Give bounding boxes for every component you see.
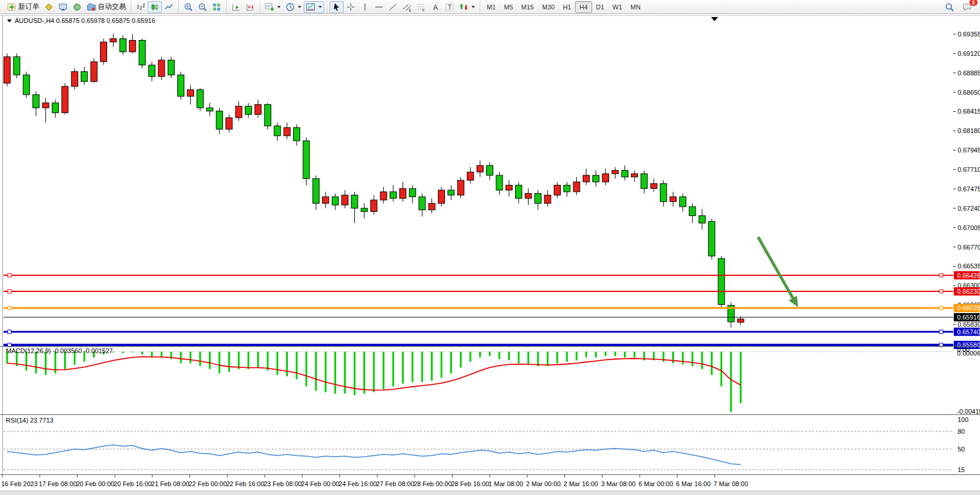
candle-body — [52, 103, 59, 113]
line-handle[interactable] — [8, 306, 11, 310]
fibonacci-button[interactable]: F — [414, 1, 428, 13]
candle-body — [544, 195, 551, 203]
vertical-line-button[interactable] — [358, 1, 372, 13]
text-icon: A — [431, 2, 440, 12]
zoom-in-icon — [184, 2, 193, 12]
zoom-out-button[interactable] — [195, 1, 210, 13]
svg-text:1 Mar 08:00: 1 Mar 08:00 — [489, 480, 523, 487]
chartshift-icon — [245, 2, 255, 12]
candle-body — [457, 180, 464, 195]
marketwatch-icon — [44, 2, 54, 12]
candle-body — [158, 60, 165, 77]
candle-body — [187, 89, 194, 96]
tf-m30-button[interactable]: M30 — [538, 1, 559, 13]
toolbar-group: 新订单自动交易 — [2, 0, 131, 14]
chevron-down-icon[interactable] — [471, 6, 475, 8]
line-handle[interactable] — [8, 290, 11, 293]
crosshair-button[interactable] — [344, 1, 358, 13]
svg-text:23 Feb 08:00: 23 Feb 08:00 — [264, 480, 302, 487]
tf-m15-button[interactable]: M15 — [517, 1, 538, 13]
trendline-button[interactable] — [386, 1, 400, 13]
chevron-down-icon[interactable] — [277, 6, 281, 8]
candle-body — [496, 175, 503, 190]
text-label-button[interactable]: T — [443, 1, 457, 13]
toolbar-group — [226, 0, 260, 14]
tf-m1-button[interactable]: M1 — [483, 1, 500, 13]
chart-line-button[interactable] — [162, 1, 176, 13]
autotrade-icon — [87, 2, 96, 12]
candle-body — [42, 103, 49, 108]
tile-windows-button[interactable] — [210, 1, 224, 13]
channel-button[interactable]: E — [400, 1, 414, 13]
chart-bars-icon — [136, 2, 145, 12]
svg-text:0.000068: 0.000068 — [957, 350, 980, 357]
line-handle[interactable] — [939, 330, 943, 334]
svg-text:0.66770: 0.66770 — [958, 244, 980, 251]
line-handle[interactable] — [8, 274, 11, 277]
search-button[interactable] — [942, 1, 956, 13]
line-handle[interactable] — [939, 306, 943, 310]
notifications-button[interactable]: 1 — [960, 1, 974, 13]
svg-text:0.68180: 0.68180 — [958, 127, 980, 134]
tf-mn-button[interactable]: MN — [626, 1, 645, 13]
text-button[interactable]: A — [428, 1, 443, 13]
chart-bars-button[interactable] — [134, 1, 148, 13]
chart-background — [0, 15, 980, 495]
navigator-icon — [72, 2, 82, 12]
svg-text:0.66230: 0.66230 — [957, 288, 980, 295]
autotrade-button[interactable]: 自动交易 — [84, 1, 128, 13]
chart-area[interactable]: 0.693550.691200.688850.686500.684150.681… — [0, 14, 980, 495]
auto-scroll-button[interactable] — [229, 1, 243, 13]
svg-text:20 Feb 00:00: 20 Feb 00:00 — [76, 480, 114, 487]
collapse-title-icon[interactable] — [7, 19, 12, 22]
toolbar-group: M1M5M15M30H1H4D1W1MN — [480, 0, 647, 14]
candle-body — [303, 141, 310, 178]
chart-shift-button[interactable] — [243, 1, 257, 13]
candle-body — [516, 185, 522, 198]
line-handle[interactable] — [939, 274, 943, 277]
template-icon — [306, 2, 315, 12]
svg-text:3 Mar 08:00: 3 Mar 08:00 — [601, 480, 636, 487]
tf-d1-button[interactable]: D1 — [592, 1, 609, 13]
chevron-down-icon[interactable] — [298, 6, 301, 8]
trendline-icon — [388, 2, 398, 12]
arrows-icon — [459, 2, 469, 12]
tf-m5-button[interactable]: M5 — [500, 1, 517, 13]
line-handle[interactable] — [939, 290, 943, 293]
data-window-icon — [58, 2, 68, 12]
tf-h1-button[interactable]: H1 — [559, 1, 575, 13]
market-watch-button[interactable] — [42, 1, 56, 13]
tf-w1-button[interactable]: W1 — [609, 1, 627, 13]
chevron-down-icon[interactable] — [318, 6, 322, 8]
svg-text:22 Feb 00:00: 22 Feb 00:00 — [189, 480, 227, 487]
toolbar-group — [178, 0, 226, 14]
candle-body — [689, 207, 696, 215]
navigator-button[interactable] — [70, 1, 84, 13]
zoom-in-button[interactable] — [181, 1, 195, 13]
data-window-button[interactable] — [56, 1, 70, 13]
candle-body — [207, 108, 213, 111]
candle-body — [438, 190, 445, 203]
chart-canvas[interactable]: 0.693550.691200.688850.686500.684150.681… — [0, 15, 980, 495]
arrows-button[interactable] — [457, 1, 477, 13]
cursor-button[interactable] — [330, 1, 344, 13]
candle-body — [294, 128, 300, 141]
svg-text:0.67240: 0.67240 — [958, 205, 980, 212]
indicators-button[interactable] — [263, 1, 283, 13]
candle-body — [197, 89, 204, 108]
toolbar-group: EFAT — [327, 0, 480, 14]
candle-body — [14, 57, 20, 75]
svg-text:24 Feb 16:00: 24 Feb 16:00 — [338, 480, 377, 487]
line-handle[interactable] — [8, 330, 11, 334]
tf-h4-button[interactable]: H4 — [575, 1, 592, 13]
periods-button[interactable] — [283, 1, 304, 13]
svg-text:0.68885: 0.68885 — [958, 69, 980, 77]
new-order-button[interactable]: 新订单 — [5, 1, 42, 13]
svg-text:2 Mar 16:00: 2 Mar 16:00 — [564, 480, 599, 487]
horizontal-line-button[interactable] — [372, 1, 386, 13]
chart-candles-button[interactable] — [148, 1, 162, 13]
candle-body — [583, 175, 590, 182]
svg-text:0.67945: 0.67945 — [958, 147, 980, 154]
vline-icon — [360, 2, 370, 12]
templates-button[interactable] — [304, 1, 324, 13]
